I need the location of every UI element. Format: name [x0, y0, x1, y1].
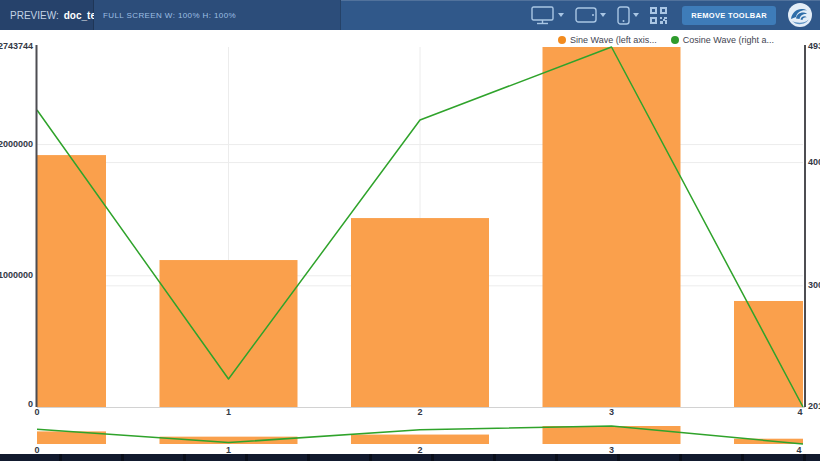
legend-label: Cosine Wave (right a... [683, 35, 774, 45]
qr-code-button[interactable] [648, 5, 669, 26]
bottom-dark-strip [0, 454, 820, 461]
qr-code-icon [650, 7, 667, 24]
toolbar-actions: REMOVE TOOLBAR [529, 0, 820, 30]
desktop-preview-icon [531, 6, 555, 25]
bar-sine-wave[interactable] [543, 47, 681, 407]
preview-doc-section: PREVIEW: doc_test [0, 0, 94, 30]
left-axis-tick-label: 1000000 [0, 270, 33, 280]
left-axis-tick-label: 0 [28, 399, 33, 409]
chevron-down-icon [558, 13, 564, 17]
mixed-chart: 0100000020000002743744201730004000493801… [0, 30, 820, 461]
preview-bar[interactable] [543, 426, 681, 444]
left-axis-tick-label: 2000000 [0, 139, 33, 149]
tablet-preview-icon [575, 7, 597, 23]
fullscreen-size-label: FULL SCREEN W: 100% H: 100% [103, 11, 236, 20]
desktop-preview-button[interactable] [529, 4, 566, 27]
left-axis-tick-label: 2743744 [0, 41, 33, 51]
chevron-down-icon [600, 13, 606, 17]
bar-sine-wave[interactable] [160, 260, 298, 407]
legend-label: Sine Wave (left axis... [570, 35, 657, 45]
right-axis-tick-label: 3000 [808, 280, 820, 290]
chart-area: 0100000020000002743744201730004000493801… [0, 30, 820, 461]
preview-label: PREVIEW: [10, 10, 59, 21]
x-axis-tick-label: 1 [226, 407, 231, 417]
fullscreen-section: FULL SCREEN W: 100% H: 100% [94, 0, 341, 30]
zing-logo-button[interactable] [787, 2, 813, 28]
tablet-preview-button[interactable] [573, 5, 608, 25]
chart-legend: Sine Wave (left axis...Cosine Wave (righ… [558, 35, 774, 45]
preview-bar[interactable] [351, 435, 489, 444]
preview-toolbar: PREVIEW: doc_test FULL SCREEN W: 100% H:… [0, 0, 820, 30]
chevron-down-icon [633, 13, 639, 17]
x-axis-tick-label: 4 [797, 407, 802, 417]
legend-marker-icon [671, 36, 679, 44]
x-axis-tick-label: 3 [609, 407, 614, 417]
legend-marker-icon [558, 36, 566, 44]
bar-sine-wave[interactable] [734, 301, 803, 407]
right-axis-tick-label: 4000 [808, 157, 820, 167]
right-axis-tick-label: 2017 [808, 401, 820, 411]
mobile-preview-button[interactable] [615, 4, 641, 27]
x-axis-tick-label: 0 [34, 407, 39, 417]
remove-toolbar-button[interactable]: REMOVE TOOLBAR [682, 6, 776, 25]
x-axis-tick-label: 2 [417, 407, 422, 417]
bar-sine-wave[interactable] [351, 218, 489, 407]
preview-page: PREVIEW: doc_test FULL SCREEN W: 100% H:… [0, 0, 820, 461]
legend-item-cosine[interactable]: Cosine Wave (right a... [671, 35, 774, 45]
right-axis-tick-label: 4938 [808, 41, 820, 51]
wave-logo-icon [787, 2, 813, 28]
legend-item-sine[interactable]: Sine Wave (left axis... [558, 35, 657, 45]
mobile-preview-icon [617, 6, 630, 25]
